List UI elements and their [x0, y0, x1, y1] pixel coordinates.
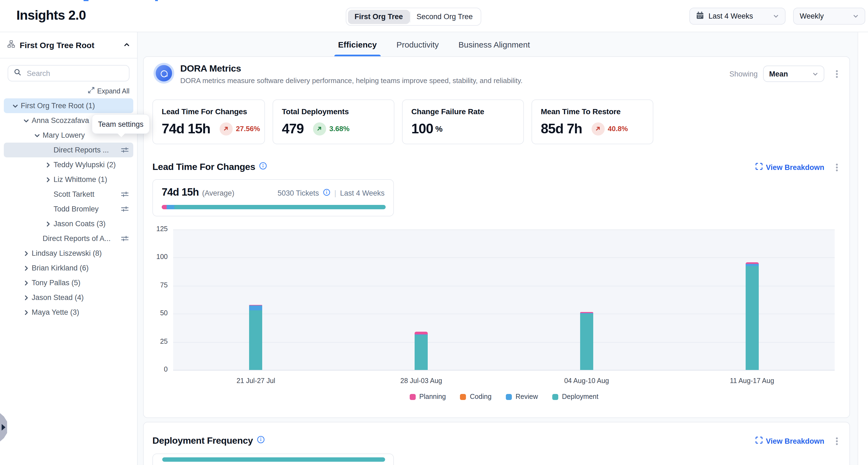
- tree-item[interactable]: Brian Kirkland (6): [4, 261, 133, 275]
- legend-item-coding[interactable]: Coding: [460, 393, 491, 401]
- metric-title: Change Failure Rate: [411, 107, 515, 116]
- bar-segment-planning: [580, 312, 593, 313]
- tree-item[interactable]: Todd Bromley: [4, 202, 133, 216]
- chevron-right-icon[interactable]: [21, 250, 32, 256]
- tree-item[interactable]: Jason Stead (4): [4, 290, 133, 305]
- kebab-menu-icon[interactable]: [832, 434, 842, 447]
- x-axis-tick-label: 11 Aug-17 Aug: [730, 377, 774, 385]
- search-input[interactable]: [26, 69, 123, 78]
- metric-value: 74d 15h: [162, 121, 210, 136]
- aggregation-value: Mean: [769, 70, 788, 78]
- expand-all-button[interactable]: Expand All: [8, 87, 129, 95]
- lead-time-distribution-bar: [162, 205, 386, 209]
- deployment-section-title: Deployment Frequency: [152, 435, 253, 446]
- tree-item-label: Teddy Wylupski (2): [54, 161, 129, 169]
- chart-gridline: [173, 286, 835, 286]
- chevron-right-icon[interactable]: [42, 176, 54, 183]
- tree-item[interactable]: Tony Pallas (5): [4, 275, 133, 290]
- chevron-up-icon[interactable]: [123, 40, 130, 50]
- chart-gridline: [173, 229, 835, 230]
- tree-item[interactable]: Maya Yette (3): [4, 305, 133, 320]
- granularity-select[interactable]: Weekly: [793, 8, 865, 25]
- metric-unit: %: [435, 124, 443, 133]
- bar-segment-deployment: [745, 266, 758, 370]
- tree-item-label: Tony Pallas (5): [32, 279, 129, 287]
- tree-item[interactable]: Liz Whittome (1): [4, 172, 133, 187]
- chart-gridline: [173, 370, 835, 370]
- org-tree-toggle-second-label: Second Org Tree: [416, 12, 473, 21]
- showing-label: Showing: [729, 70, 758, 78]
- tree-item[interactable]: Direct Reports ...: [4, 143, 133, 157]
- sliders-icon[interactable]: [121, 205, 129, 213]
- granularity-value: Weekly: [800, 12, 824, 20]
- scrollbar-track[interactable]: [858, 32, 868, 465]
- tab-efficiency[interactable]: Efficiency: [334, 32, 381, 56]
- tree-item[interactable]: Lindsay Liszewski (8): [4, 246, 133, 261]
- chart-gridline: [173, 314, 835, 314]
- chevron-down-icon[interactable]: [32, 132, 42, 138]
- chevron-right-icon[interactable]: [21, 294, 32, 301]
- info-icon[interactable]: [257, 435, 265, 446]
- chevron-down-icon[interactable]: [21, 117, 32, 124]
- sidebar-header[interactable]: First Org Tree Root: [0, 32, 137, 59]
- chevron-right-icon[interactable]: [42, 220, 54, 227]
- tab-productivity-label: Productivity: [396, 40, 439, 49]
- kebab-menu-icon[interactable]: [832, 161, 842, 174]
- legend-item-deployment[interactable]: Deployment: [552, 393, 598, 401]
- legend-item-review[interactable]: Review: [506, 393, 538, 401]
- dora-title-block: DORA Metrics DORA metrics measure softwa…: [180, 63, 523, 85]
- tree-item[interactable]: Jason Coats (3): [4, 216, 133, 231]
- tree-item[interactable]: Teddy Wylupski (2): [4, 157, 133, 172]
- chart-plot-area: [173, 229, 835, 370]
- chart-legend: PlanningCodingReviewDeployment: [173, 393, 835, 401]
- distribution-segment-review: [166, 205, 174, 209]
- deployment-section-title-group: Deployment Frequency: [152, 435, 265, 446]
- info-icon[interactable]: [259, 162, 267, 173]
- sliders-icon[interactable]: [121, 190, 129, 198]
- legend-item-planning[interactable]: Planning: [409, 393, 446, 401]
- dora-controls: Showing Mean: [729, 66, 842, 82]
- tab-business-alignment[interactable]: Business Alignment: [455, 32, 534, 56]
- aggregation-select[interactable]: Mean: [763, 66, 824, 82]
- kebab-menu-icon[interactable]: [832, 67, 842, 80]
- tree-item-label: Jason Stead (4): [32, 293, 129, 302]
- org-tree-toggle-second[interactable]: Second Org Tree: [410, 9, 479, 24]
- metric-delta-value: 27.56%: [236, 125, 260, 133]
- chevron-right-icon[interactable]: [21, 265, 32, 271]
- metric-value-row: 4793.68%: [282, 121, 385, 136]
- chevron-right-icon[interactable]: [42, 161, 54, 168]
- sidebar-search[interactable]: [8, 65, 129, 82]
- dora-metrics-panel: DORA Metrics DORA metrics measure softwa…: [143, 56, 850, 418]
- org-tree-sidebar: First Org Tree Root Expand All First Org…: [0, 32, 138, 465]
- chevron-right-icon[interactable]: [21, 279, 32, 286]
- lead-time-section-title: Lead Time For Changes: [152, 162, 255, 173]
- view-breakdown-label: View Breakdown: [766, 437, 824, 445]
- tree-item[interactable]: Scott Tarkett: [4, 187, 133, 202]
- bar-segment-planning: [414, 332, 428, 334]
- view-breakdown-button[interactable]: View Breakdown: [755, 163, 824, 172]
- metric-title: Total Deployments: [282, 107, 385, 116]
- date-range-select[interactable]: Last 4 Weeks: [689, 8, 785, 25]
- tab-productivity[interactable]: Productivity: [393, 32, 442, 56]
- info-icon[interactable]: [323, 188, 331, 198]
- org-tree-toggle-first[interactable]: First Org Tree: [348, 9, 409, 24]
- tree-item[interactable]: Direct Reports of A...: [4, 231, 133, 246]
- org-tree-icon: [7, 40, 15, 50]
- chevron-down-icon[interactable]: [10, 102, 21, 109]
- tree-item[interactable]: First Org Tree Root (1): [4, 98, 133, 113]
- view-breakdown-button[interactable]: View Breakdown: [755, 437, 824, 445]
- lead-time-average-card: 74d 15h (Average) 5030 Tickets | Last 4 …: [152, 179, 394, 216]
- metric-value: 85d 7h: [541, 121, 582, 136]
- bar-segment-review: [745, 264, 758, 266]
- chevron-right-icon[interactable]: [21, 309, 32, 315]
- dora-cycle-icon: [156, 65, 172, 82]
- metric-value-row: 74d 15h27.56%: [162, 121, 256, 136]
- distribution-segment-planning: [162, 205, 166, 209]
- legend-swatch: [409, 394, 415, 400]
- sliders-icon[interactable]: [121, 146, 129, 154]
- lead-time-chart: 025507510012521 Jul-27 Jul28 Jul-03 Aug0…: [144, 221, 849, 417]
- deployment-section-actions: View Breakdown: [755, 434, 842, 447]
- metric-card: Change Failure Rate100%: [402, 99, 524, 144]
- x-axis-tick-label: 04 Aug-10 Aug: [564, 377, 609, 385]
- sliders-icon[interactable]: [121, 235, 129, 243]
